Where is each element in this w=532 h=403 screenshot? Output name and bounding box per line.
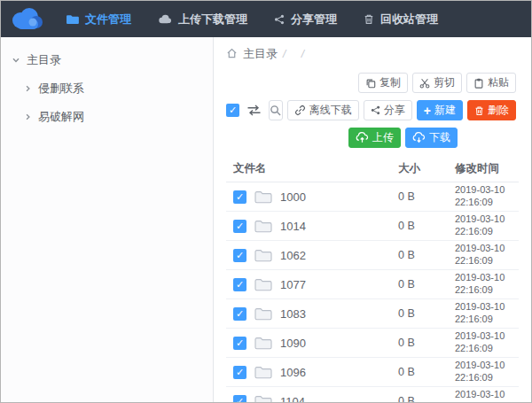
paste-button[interactable]: 粘贴 <box>466 73 516 93</box>
folder-icon <box>254 337 272 350</box>
file-name[interactable]: 1104 <box>280 395 305 403</box>
cut-button[interactable]: 剪切 <box>412 73 462 93</box>
file-modified: 2019-03-10 22:16:09 <box>455 389 519 403</box>
swap-arrows-icon <box>246 105 262 116</box>
file-name[interactable]: 1077 <box>280 278 306 291</box>
delete-button[interactable]: 删除 <box>467 100 516 120</box>
sidebar-item-folder-2[interactable]: 易破解网 <box>1 103 213 131</box>
table-row: ✓ 1077 0 B 2019-03-10 22:16:09 <box>226 270 519 299</box>
file-name[interactable]: 1083 <box>280 307 306 321</box>
paste-button-label: 粘贴 <box>488 75 509 90</box>
folder-icon <box>254 220 272 233</box>
sidebar-item-label: 易破解网 <box>38 109 84 125</box>
file-name[interactable]: 1090 <box>280 337 306 350</box>
nav-item-label: 分享管理 <box>291 12 337 27</box>
file-size: 0 B <box>398 220 455 232</box>
breadcrumb-current[interactable]: 主目录 <box>243 46 278 62</box>
toolbar-row-actions: ✓ 离线下载 分享 <box>226 100 519 120</box>
table-row: ✓ 1096 0 B 2019-03-10 22:16:09 <box>226 358 519 387</box>
file-modified: 2019-03-10 22:16:09 <box>455 272 519 297</box>
row-checkbox[interactable]: ✓ <box>233 220 246 233</box>
search-button[interactable] <box>269 100 283 120</box>
row-checkbox[interactable]: ✓ <box>233 278 246 291</box>
file-modified: 2019-03-10 22:16:09 <box>455 330 519 355</box>
main-menu: 文件管理 上传下载管理 分享管理 回收站管理 <box>52 1 451 37</box>
create-new-button-label: 新建 <box>434 103 456 118</box>
file-size: 0 B <box>398 366 455 378</box>
link-icon <box>294 105 306 116</box>
clipboard-icon <box>473 78 484 89</box>
header-size: 大小 <box>398 161 455 176</box>
nav-item-share-management[interactable]: 分享管理 <box>261 1 350 37</box>
share-icon <box>274 14 285 25</box>
nav-item-upload-download-management[interactable]: 上传下载管理 <box>145 1 261 37</box>
sidebar-item-folder-1[interactable]: 侵删联系 <box>1 74 213 103</box>
file-modified: 2019-03-10 22:16:09 <box>455 243 519 267</box>
share-icon <box>371 105 380 115</box>
folder-icon <box>66 14 79 25</box>
copy-button-label: 复制 <box>379 75 401 90</box>
breadcrumb: 主目录 / / <box>226 46 519 62</box>
app-body: 主目录 侵删联系 易破解网 主目录 / / <box>1 37 531 403</box>
top-navbar: 文件管理 上传下载管理 分享管理 回收站管理 <box>1 1 531 37</box>
file-table-header: 文件名 大小 修改时间 <box>226 155 519 182</box>
row-checkbox[interactable]: ✓ <box>233 395 246 403</box>
nav-item-label: 文件管理 <box>85 12 131 27</box>
file-size: 0 B <box>398 395 455 403</box>
file-modified: 2019-03-10 22:16:09 <box>455 213 519 238</box>
file-table: 文件名 大小 修改时间 ✓ 1000 0 B 2019-03-10 22:16:… <box>226 155 519 403</box>
file-modified: 2019-03-10 22:16:09 <box>455 301 519 326</box>
copy-button[interactable]: 复制 <box>358 73 408 93</box>
offline-download-button[interactable]: 离线下载 <box>287 100 359 120</box>
row-checkbox[interactable]: ✓ <box>233 366 246 379</box>
row-checkbox[interactable]: ✓ <box>233 337 246 350</box>
table-row: ✓ 1000 0 B 2019-03-10 22:16:09 <box>226 182 519 212</box>
folder-icon <box>254 249 272 262</box>
file-name[interactable]: 1000 <box>280 190 306 204</box>
nav-item-label: 上传下载管理 <box>178 12 247 27</box>
nav-item-file-management[interactable]: 文件管理 <box>52 1 145 37</box>
folder-icon <box>254 395 272 403</box>
file-name[interactable]: 1062 <box>280 249 306 262</box>
select-all-checkbox[interactable]: ✓ <box>226 104 239 117</box>
file-size: 0 B <box>398 190 455 203</box>
chevron-down-icon <box>12 56 20 65</box>
row-checkbox[interactable]: ✓ <box>233 190 246 204</box>
offline-download-button-label: 离线下载 <box>309 103 352 118</box>
file-table-body: ✓ 1000 0 B 2019-03-10 22:16:09 ✓ 1014 0 … <box>226 182 519 403</box>
plus-icon: + <box>424 105 431 117</box>
file-size: 0 B <box>398 337 455 349</box>
scissors-icon <box>419 78 430 89</box>
upload-button-label: 上传 <box>372 130 394 145</box>
swap-order-button[interactable] <box>244 105 264 116</box>
breadcrumb-separators: / / <box>283 48 310 60</box>
download-button-label: 下载 <box>429 130 450 145</box>
search-icon <box>270 105 281 116</box>
cut-button-label: 剪切 <box>434 75 455 90</box>
home-icon <box>226 48 238 61</box>
download-button[interactable]: 下载 <box>405 128 458 148</box>
trash-icon <box>474 105 484 116</box>
copy-icon <box>365 78 376 89</box>
sidebar-item-label: 主目录 <box>27 52 61 68</box>
upload-button[interactable]: 上传 <box>348 128 401 148</box>
file-name[interactable]: 1096 <box>280 366 306 379</box>
sidebar-item-root-directory[interactable]: 主目录 <box>1 46 213 74</box>
header-file-name: 文件名 <box>226 161 398 176</box>
chevron-right-icon <box>24 84 32 93</box>
nav-item-label: 回收站管理 <box>380 12 438 27</box>
cloud-logo-icon <box>9 7 44 31</box>
table-row: ✓ 1062 0 B 2019-03-10 22:16:09 <box>226 241 519 270</box>
folder-icon <box>254 366 272 379</box>
file-modified: 2019-03-10 22:16:09 <box>455 184 519 209</box>
row-checkbox[interactable]: ✓ <box>233 249 246 262</box>
row-checkbox[interactable]: ✓ <box>233 307 246 321</box>
nav-item-recycle-bin-management[interactable]: 回收站管理 <box>350 1 451 37</box>
table-row: ✓ 1083 0 B 2019-03-10 22:16:09 <box>226 299 519 329</box>
create-new-button[interactable]: + 新建 <box>417 100 463 120</box>
share-button[interactable]: 分享 <box>364 100 412 120</box>
file-name[interactable]: 1014 <box>280 220 306 233</box>
file-size: 0 B <box>398 249 455 261</box>
table-row: ✓ 1014 0 B 2019-03-10 22:16:09 <box>226 212 519 241</box>
app-logo[interactable] <box>1 1 52 37</box>
